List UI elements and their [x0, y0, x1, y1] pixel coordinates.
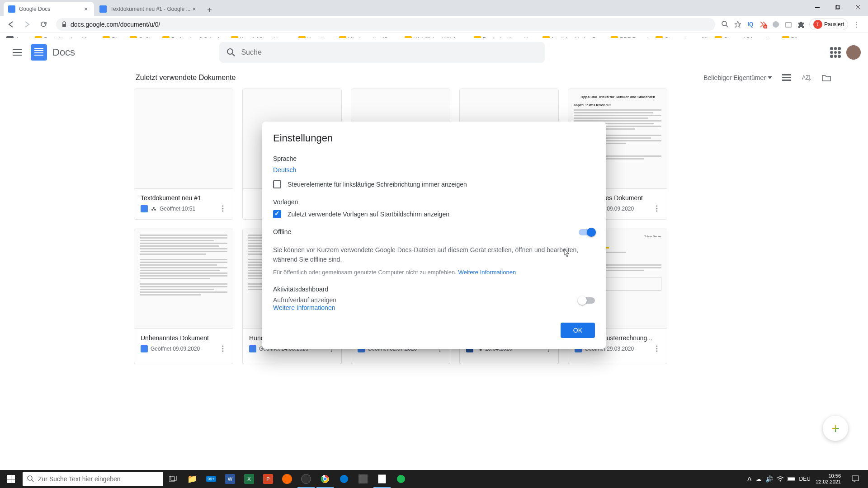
- offline-label: Offline: [273, 228, 291, 235]
- language-label: Sprache: [273, 155, 595, 162]
- rtl-checkbox-row[interactable]: Steuerelemente für linksläufige Schreibr…: [273, 180, 595, 188]
- offline-description: Sie können vor Kurzem verwendete Google …: [273, 245, 595, 264]
- offline-toggle[interactable]: [579, 229, 595, 235]
- dashboard-toggle[interactable]: [579, 297, 595, 304]
- settings-modal-overlay: Einstellungen Sprache Deutsch Steuerelem…: [0, 0, 868, 488]
- more-info-link[interactable]: Weitere Informationen: [273, 304, 335, 311]
- rtl-checkbox-label: Steuerelemente für linksläufige Schreibr…: [288, 181, 467, 188]
- offline-section: Offline Sie können vor Kurzem verwendete…: [273, 228, 595, 276]
- more-info-link[interactable]: Weitere Informationen: [458, 269, 516, 276]
- settings-modal: Einstellungen Sprache Deutsch Steuerelem…: [262, 122, 606, 349]
- templates-checkbox-label: Zuletzt verwendete Vorlagen auf Startbil…: [288, 211, 449, 218]
- dashboard-label: Aktivitätsdashboard: [273, 286, 595, 293]
- offline-warning: Für öffentlich oder gemeinsam genutzte C…: [273, 269, 595, 276]
- language-link[interactable]: Deutsch: [273, 166, 296, 174]
- language-section: Sprache Deutsch Steuerelemente für links…: [273, 155, 595, 188]
- templates-checkbox-row[interactable]: Zuletzt verwendete Vorlagen auf Startbil…: [273, 210, 595, 218]
- templates-checkbox[interactable]: [273, 210, 281, 218]
- templates-section: Vorlagen Zuletzt verwendete Vorlagen auf…: [273, 198, 595, 218]
- modal-title: Einstellungen: [273, 132, 595, 144]
- ok-button[interactable]: OK: [561, 323, 595, 338]
- dashboard-section: Aktivitätsdashboard Aufrufverlauf anzeig…: [273, 286, 595, 312]
- rtl-checkbox[interactable]: [273, 180, 281, 188]
- templates-label: Vorlagen: [273, 198, 595, 206]
- dashboard-description: Aufrufverlauf anzeigen: [273, 296, 336, 304]
